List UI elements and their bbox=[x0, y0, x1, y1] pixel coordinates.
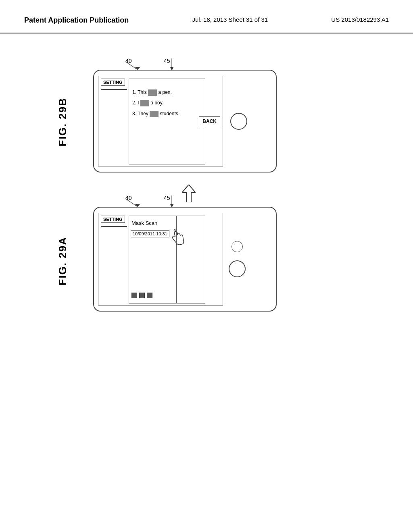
svg-line-5 bbox=[125, 199, 138, 207]
back-button-29b[interactable]: BACK bbox=[199, 116, 220, 126]
up-arrow-29a bbox=[182, 185, 196, 202]
small-squares-29a bbox=[131, 293, 152, 298]
side-controls-29a bbox=[229, 241, 246, 277]
circle-button-29b[interactable] bbox=[230, 113, 247, 130]
setting-button-29a[interactable]: SETTING bbox=[101, 216, 125, 223]
fig-29a-label: FIG. 29A bbox=[56, 237, 69, 285]
svg-marker-4 bbox=[182, 185, 196, 202]
side-controls-29b bbox=[230, 113, 247, 130]
sq1 bbox=[131, 293, 137, 298]
setting-underline-29a bbox=[101, 226, 127, 227]
device-29b: 40 45 SETTING bbox=[89, 66, 283, 179]
vdivider1-29a bbox=[176, 216, 177, 303]
date-box: 10/09/2011 10:31 bbox=[131, 230, 169, 237]
device-29a: 40 45 SETTING bbox=[89, 203, 283, 320]
device-body-29a: SETTING Mask Scan 10/09/2011 10:31 bbox=[93, 207, 277, 312]
inner-screen-29b: 1. This a pen. 2. I a boy. 3. They stude… bbox=[129, 79, 205, 164]
patent-number: US 2013/0182293 A1 bbox=[331, 16, 389, 23]
main-content: FIG. 29B 40 45 SETTING bbox=[0, 33, 413, 328]
inner-screen-29a: Mask Scan 10/09/2011 10:31 bbox=[129, 216, 205, 303]
small-circle-29a[interactable] bbox=[232, 241, 243, 252]
publication-label: Patent Application Publication bbox=[24, 16, 129, 25]
setting-underline-29b bbox=[101, 89, 127, 90]
svg-line-0 bbox=[125, 62, 138, 70]
fig-29b-label: FIG. 29B bbox=[56, 98, 69, 146]
svg-line-11 bbox=[180, 234, 180, 235]
page-header: Patent Application Publication Jul. 18, … bbox=[0, 0, 413, 33]
hand-icon bbox=[168, 227, 186, 250]
device-body-29b: SETTING 1. This a pen. 2. I a boy. 3. Th… bbox=[93, 70, 277, 172]
screen-text-29b: 1. This a pen. 2. I a boy. 3. They stude… bbox=[132, 87, 179, 119]
mask-scan-text: Mask Scan bbox=[131, 220, 157, 226]
sheet-info: Jul. 18, 2013 Sheet 31 of 31 bbox=[192, 16, 268, 23]
setting-button-29b[interactable]: SETTING bbox=[101, 79, 125, 86]
sq3 bbox=[147, 293, 152, 298]
circle-button-29a[interactable] bbox=[229, 260, 246, 277]
screen-29a: SETTING Mask Scan 10/09/2011 10:31 bbox=[98, 213, 223, 305]
screen-29b: SETTING 1. This a pen. 2. I a boy. 3. Th… bbox=[98, 76, 223, 166]
sq2 bbox=[139, 293, 145, 298]
